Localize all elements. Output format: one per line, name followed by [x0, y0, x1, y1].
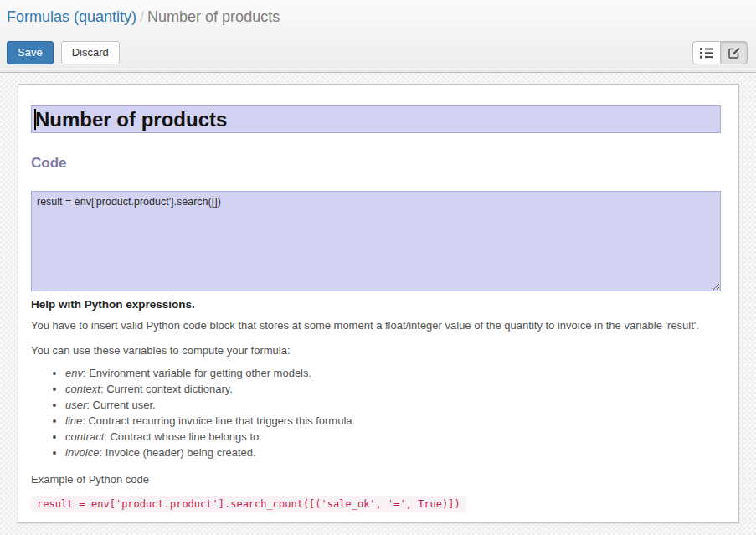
variable-description: : Invoice (header) being created.	[99, 446, 255, 459]
list-icon	[700, 47, 713, 59]
variable-name: env	[65, 367, 83, 379]
breadcrumb: Formulas (quantity)/Number of products	[0, 0, 756, 26]
view-manager-header: Formulas (quantity)/Number of products S…	[0, 0, 756, 73]
variable-item: line: Contract recurring invoice line th…	[65, 415, 726, 427]
variable-description: : Current user.	[86, 399, 155, 411]
form-buttons: Save Discard	[7, 41, 120, 64]
save-button[interactable]: Save	[7, 41, 54, 64]
record-title-field-wrap	[31, 105, 721, 133]
help-paragraph-1: You have to insert valid Python code blo…	[31, 319, 726, 332]
record-title-input[interactable]	[31, 105, 721, 133]
breadcrumb-separator: /	[136, 8, 147, 25]
form-sheet: Code result = env['product.product'].sea…	[18, 84, 739, 523]
breadcrumb-parent-link[interactable]: Formulas (quantity)	[7, 8, 136, 25]
variable-name: context	[65, 383, 100, 395]
variable-item: user: Current user.	[65, 399, 726, 411]
view-switcher	[692, 41, 748, 64]
variable-description: : Current context dictionary.	[100, 383, 233, 395]
edit-icon	[728, 46, 741, 59]
breadcrumb-current: Number of products	[147, 8, 280, 25]
discard-button[interactable]: Discard	[61, 41, 120, 64]
variable-name: line	[65, 414, 82, 427]
variable-description: : Contract recurring invoice line that t…	[82, 414, 355, 427]
form-view-button[interactable]	[720, 41, 748, 64]
content-area: Code result = env['product.product'].sea…	[0, 73, 756, 535]
example-label: Example of Python code	[31, 473, 726, 486]
variables-list: env: Environment variable for getting ot…	[31, 368, 726, 459]
help-heading: Help with Python expressions.	[31, 298, 726, 311]
variable-name: invoice	[65, 446, 99, 459]
variable-name: contract	[65, 430, 104, 443]
example-code: result = env['product.product'].search_c…	[31, 496, 466, 512]
variable-description: : Environment variable for getting other…	[83, 367, 311, 379]
variable-item: context: Current context dictionary.	[65, 383, 726, 395]
help-paragraph-2: You can use these variables to compute y…	[31, 344, 726, 357]
variable-item: contract: Contract whose line belongs to…	[65, 431, 726, 443]
code-input[interactable]: result = env['product.product'].search([…	[31, 191, 721, 291]
variable-name: user	[65, 399, 86, 411]
variable-item: invoice: Invoice (header) being created.	[65, 447, 726, 459]
variable-item: env: Environment variable for getting ot…	[65, 368, 726, 379]
variable-description: : Contract whose line belongs to.	[104, 430, 262, 443]
list-view-button[interactable]	[692, 41, 720, 64]
text-cursor	[34, 109, 36, 130]
code-section-heading: Code	[31, 155, 726, 172]
